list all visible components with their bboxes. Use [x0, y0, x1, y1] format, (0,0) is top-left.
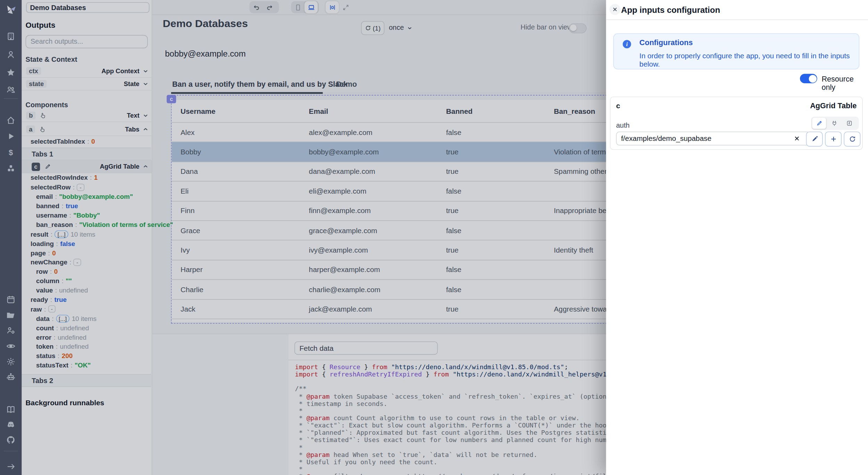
app-editor-window: $ Outputs State & Context ctx App Contex…: [0, 0, 868, 475]
component-type: AgGrid Table: [810, 102, 857, 110]
drawer-divider: [606, 19, 868, 20]
field-label: auth: [616, 121, 629, 129]
refresh-icon: [849, 135, 856, 143]
add-resource-button[interactable]: [825, 132, 842, 146]
info-title: Configurations: [640, 38, 693, 46]
pencil-icon: [811, 135, 818, 143]
drawer-title: App inputs configuration: [621, 5, 720, 14]
resource-only-label: Resource only: [821, 75, 868, 92]
refresh-resource-button[interactable]: [844, 132, 860, 146]
eval-mode-button[interactable]: [842, 118, 856, 129]
resource-path-input[interactable]: [616, 132, 810, 145]
toggle-knob: [809, 75, 816, 82]
close-icon: [612, 7, 618, 12]
plug-icon: [831, 120, 837, 127]
clear-input-icon[interactable]: [792, 134, 801, 143]
component-input-card: c AgGrid Table auth: [610, 96, 863, 150]
info-body: In order to properly configure the app, …: [640, 52, 859, 68]
static-mode-button[interactable]: [812, 118, 826, 129]
configurations-info-box: i Configurations In order to properly co…: [613, 33, 859, 69]
close-drawer-button[interactable]: [609, 4, 620, 15]
resource-only-toggle[interactable]: [800, 74, 817, 83]
component-id: c: [616, 102, 620, 110]
edit-resource-button[interactable]: [806, 132, 823, 146]
connect-mode-button[interactable]: [827, 118, 841, 129]
plus-icon: [830, 135, 837, 143]
info-icon: i: [623, 40, 631, 48]
drawer-backdrop[interactable]: [0, 0, 606, 475]
input-mode-group: [811, 117, 859, 130]
pencil-icon: [816, 120, 823, 127]
function-icon: [846, 120, 852, 127]
app-inputs-drawer: App inputs configuration i Configuration…: [606, 0, 868, 475]
